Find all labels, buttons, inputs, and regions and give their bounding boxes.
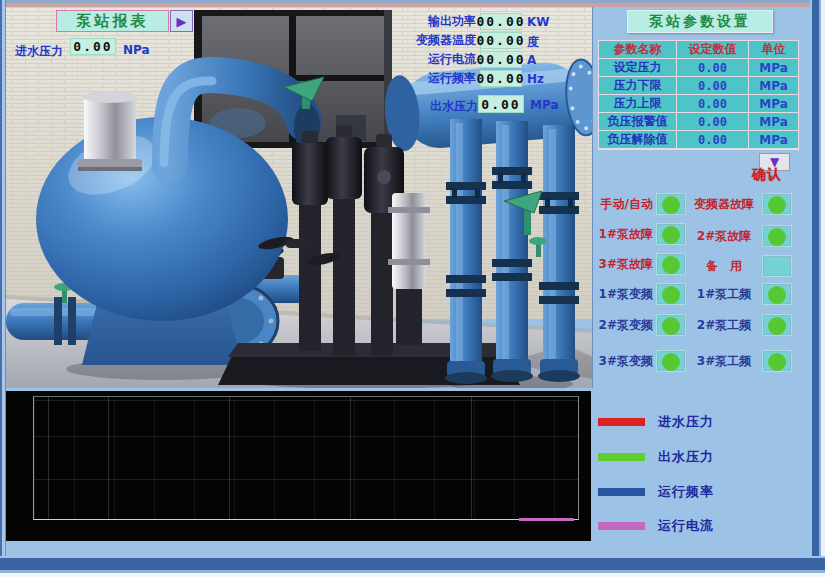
status-label: 2#泵故障 (689, 228, 759, 245)
frame-right (810, 0, 825, 577)
param-value-input[interactable]: 0.00 (677, 95, 749, 113)
report-button[interactable]: 泵站报表 (56, 10, 169, 32)
param-value-input[interactable]: 0.00 (677, 113, 749, 131)
status-lamp-pump3-fault (656, 253, 686, 275)
frame-left (0, 0, 6, 577)
status-label: 2#泵变频 (597, 317, 653, 334)
param-name: 压力下限 (599, 77, 677, 95)
pump-station-hmi: 泵站报表 ▶ 进水压力 0.00 NPa 输出功率 00.00 KW 变频器温度… (0, 0, 825, 577)
confirm-label: 确认 (752, 166, 782, 184)
settings-panel: 泵站参数设置 参数名称 设定数值 单位 设定压力 0.00 MPa 压力下限 0… (597, 7, 813, 556)
output-power-value: 00.00 (480, 13, 522, 30)
status-label: 备 用 (689, 258, 759, 275)
confirm-button[interactable]: ▼ 确认 (752, 151, 794, 189)
legend-label: 出水压力 (658, 448, 714, 466)
status-lamp-pump1-mains (762, 283, 792, 305)
status-label: 3#泵变频 (597, 353, 653, 370)
run-frequency-unit: Hz (527, 72, 544, 86)
status-label: 1#泵工频 (689, 286, 759, 303)
inverter-temp-label: 变频器温度 (346, 32, 476, 49)
settings-title: 泵站参数设置 (627, 10, 773, 33)
play-icon: ▶ (177, 14, 187, 29)
status-lamp-spare (762, 255, 792, 277)
legend-label: 运行频率 (658, 483, 714, 501)
status-label: 2#泵工频 (689, 317, 759, 334)
run-current-unit: A (527, 53, 536, 67)
col-header-value: 设定数值 (677, 41, 749, 59)
status-label: 手动/自动 (597, 196, 653, 213)
inlet-pressure-unit: NPa (123, 43, 150, 57)
inlet-pressure-label: 进水压力 (15, 43, 63, 60)
scene-viewport: 泵站报表 ▶ 进水压力 0.00 NPa 输出功率 00.00 KW 变频器温度… (6, 7, 593, 388)
param-unit: MPa (749, 77, 798, 95)
frame-bottom (0, 556, 825, 577)
legend-label: 运行电流 (658, 517, 714, 535)
inlet-pressure-value: 0.00 (70, 38, 116, 55)
param-name: 负压报警值 (599, 113, 677, 131)
col-header-unit: 单位 (749, 41, 798, 59)
param-name: 压力上限 (599, 95, 677, 113)
legend-swatch-frequency (598, 488, 645, 496)
status-lamp-pump2-mains (762, 314, 792, 336)
status-label: 1#泵变频 (597, 286, 653, 303)
run-frequency-value: 00.00 (480, 70, 522, 87)
status-label: 1#泵故障 (597, 226, 653, 243)
output-power-unit: KW (527, 15, 550, 29)
param-unit: MPa (749, 59, 798, 77)
status-label: 3#泵工频 (689, 353, 759, 370)
param-name: 负压解除值 (599, 131, 677, 149)
status-lamp-pump2-fault (762, 225, 792, 247)
run-current-label: 运行电流 (346, 51, 476, 68)
frame-accent-line (0, 3, 825, 7)
parameter-table: 参数名称 设定数值 单位 设定压力 0.00 MPa 压力下限 0.00 MPa… (598, 40, 799, 150)
legend-swatch-outlet (598, 453, 645, 461)
param-unit: MPa (749, 95, 798, 113)
outlet-pressure-label: 出水压力 (394, 98, 478, 115)
param-value-input[interactable]: 0.00 (677, 59, 749, 77)
outlet-pressure-value: 0.00 (478, 95, 524, 113)
outlet-pressure-unit: MPa (530, 98, 559, 112)
param-unit: MPa (749, 113, 798, 131)
status-lamp-manual-auto (656, 193, 686, 215)
inverter-temp-value: 00.00 (480, 32, 522, 49)
status-lamp-pump3-mains (762, 350, 792, 372)
status-label: 变频器故障 (689, 196, 759, 213)
run-current-trace (519, 518, 574, 521)
output-power-label: 输出功率 (346, 13, 476, 30)
param-name: 设定压力 (599, 59, 677, 77)
status-lamp-pump3-vfd (656, 350, 686, 372)
status-label: 3#泵故障 (597, 256, 653, 273)
status-lamp-pump1-fault (656, 223, 686, 245)
riser-pipes (445, 119, 580, 384)
status-lamp-vfd-fault (762, 193, 792, 215)
report-play-button[interactable]: ▶ (170, 10, 193, 32)
param-value-input[interactable]: 0.00 (677, 131, 749, 149)
inverter-temp-unit: 度 (527, 34, 539, 51)
run-frequency-label: 运行频率 (346, 70, 476, 87)
legend-label: 进水压力 (658, 413, 714, 431)
legend-swatch-inlet (598, 418, 645, 426)
legend-swatch-current (598, 522, 645, 530)
status-lamp-pump2-vfd (656, 314, 686, 336)
trend-plot-area (33, 396, 579, 520)
run-current-value: 00.00 (480, 51, 522, 68)
col-header-name: 参数名称 (599, 41, 677, 59)
trend-chart (6, 391, 591, 541)
param-value-input[interactable]: 0.00 (677, 77, 749, 95)
status-lamp-pump1-vfd (656, 283, 686, 305)
param-unit: MPa (749, 131, 798, 149)
